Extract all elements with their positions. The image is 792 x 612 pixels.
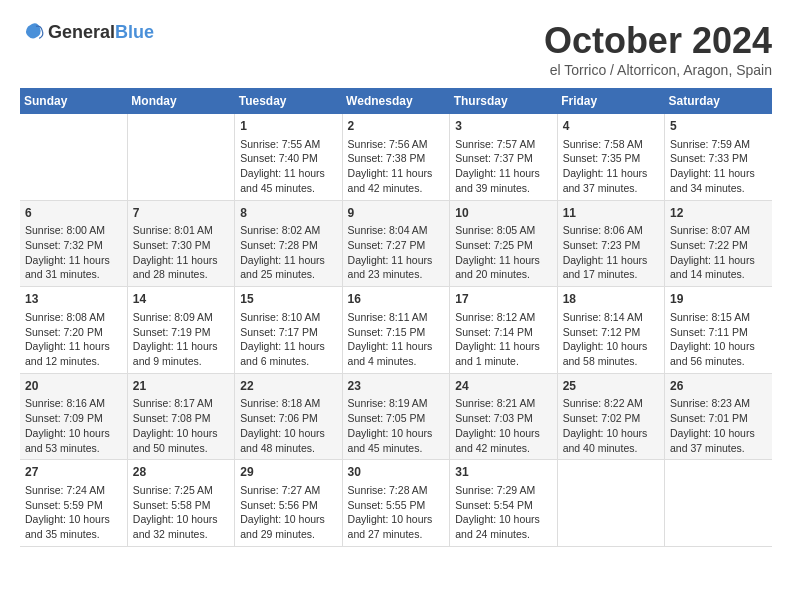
page-header: GeneralBlue October 2024 el Torrico / Al… (20, 20, 772, 78)
calendar-cell: 14Sunrise: 8:09 AM Sunset: 7:19 PM Dayli… (127, 287, 234, 374)
column-header-friday: Friday (557, 88, 664, 114)
cell-content: Sunrise: 7:55 AM Sunset: 7:40 PM Dayligh… (240, 137, 336, 196)
cell-content: Sunrise: 7:56 AM Sunset: 7:38 PM Dayligh… (348, 137, 445, 196)
cell-content: Sunrise: 8:21 AM Sunset: 7:03 PM Dayligh… (455, 396, 551, 455)
day-number: 1 (240, 118, 336, 135)
calendar-cell: 29Sunrise: 7:27 AM Sunset: 5:56 PM Dayli… (235, 460, 342, 547)
calendar-cell: 28Sunrise: 7:25 AM Sunset: 5:58 PM Dayli… (127, 460, 234, 547)
calendar-cell: 1Sunrise: 7:55 AM Sunset: 7:40 PM Daylig… (235, 114, 342, 200)
calendar-table: SundayMondayTuesdayWednesdayThursdayFrid… (20, 88, 772, 547)
day-number: 26 (670, 378, 767, 395)
cell-content: Sunrise: 7:25 AM Sunset: 5:58 PM Dayligh… (133, 483, 229, 542)
calendar-cell: 5Sunrise: 7:59 AM Sunset: 7:33 PM Daylig… (665, 114, 772, 200)
day-number: 31 (455, 464, 551, 481)
column-header-saturday: Saturday (665, 88, 772, 114)
title-section: October 2024 el Torrico / Altorricon, Ar… (544, 20, 772, 78)
day-number: 25 (563, 378, 659, 395)
calendar-cell: 23Sunrise: 8:19 AM Sunset: 7:05 PM Dayli… (342, 373, 450, 460)
location-title: el Torrico / Altorricon, Aragon, Spain (544, 62, 772, 78)
logo-general: General (48, 22, 115, 42)
day-number: 23 (348, 378, 445, 395)
calendar-cell: 8Sunrise: 8:02 AM Sunset: 7:28 PM Daylig… (235, 200, 342, 287)
cell-content: Sunrise: 8:16 AM Sunset: 7:09 PM Dayligh… (25, 396, 122, 455)
cell-content: Sunrise: 8:18 AM Sunset: 7:06 PM Dayligh… (240, 396, 336, 455)
day-number: 9 (348, 205, 445, 222)
calendar-cell: 16Sunrise: 8:11 AM Sunset: 7:15 PM Dayli… (342, 287, 450, 374)
column-header-tuesday: Tuesday (235, 88, 342, 114)
day-number: 13 (25, 291, 122, 308)
day-number: 19 (670, 291, 767, 308)
day-number: 17 (455, 291, 551, 308)
calendar-cell: 26Sunrise: 8:23 AM Sunset: 7:01 PM Dayli… (665, 373, 772, 460)
day-number: 30 (348, 464, 445, 481)
day-number: 29 (240, 464, 336, 481)
calendar-cell: 15Sunrise: 8:10 AM Sunset: 7:17 PM Dayli… (235, 287, 342, 374)
calendar-cell: 18Sunrise: 8:14 AM Sunset: 7:12 PM Dayli… (557, 287, 664, 374)
cell-content: Sunrise: 8:23 AM Sunset: 7:01 PM Dayligh… (670, 396, 767, 455)
calendar-cell: 4Sunrise: 7:58 AM Sunset: 7:35 PM Daylig… (557, 114, 664, 200)
day-number: 12 (670, 205, 767, 222)
cell-content: Sunrise: 8:15 AM Sunset: 7:11 PM Dayligh… (670, 310, 767, 369)
day-number: 10 (455, 205, 551, 222)
column-header-sunday: Sunday (20, 88, 127, 114)
header-row: SundayMondayTuesdayWednesdayThursdayFrid… (20, 88, 772, 114)
day-number: 18 (563, 291, 659, 308)
day-number: 7 (133, 205, 229, 222)
column-header-thursday: Thursday (450, 88, 557, 114)
calendar-cell: 24Sunrise: 8:21 AM Sunset: 7:03 PM Dayli… (450, 373, 557, 460)
cell-content: Sunrise: 7:27 AM Sunset: 5:56 PM Dayligh… (240, 483, 336, 542)
day-number: 8 (240, 205, 336, 222)
calendar-cell: 22Sunrise: 8:18 AM Sunset: 7:06 PM Dayli… (235, 373, 342, 460)
cell-content: Sunrise: 8:09 AM Sunset: 7:19 PM Dayligh… (133, 310, 229, 369)
day-number: 15 (240, 291, 336, 308)
calendar-cell: 10Sunrise: 8:05 AM Sunset: 7:25 PM Dayli… (450, 200, 557, 287)
cell-content: Sunrise: 7:58 AM Sunset: 7:35 PM Dayligh… (563, 137, 659, 196)
cell-content: Sunrise: 7:28 AM Sunset: 5:55 PM Dayligh… (348, 483, 445, 542)
day-number: 14 (133, 291, 229, 308)
logo-text: GeneralBlue (48, 22, 154, 43)
day-number: 22 (240, 378, 336, 395)
cell-content: Sunrise: 8:14 AM Sunset: 7:12 PM Dayligh… (563, 310, 659, 369)
day-number: 4 (563, 118, 659, 135)
cell-content: Sunrise: 7:29 AM Sunset: 5:54 PM Dayligh… (455, 483, 551, 542)
calendar-cell: 21Sunrise: 8:17 AM Sunset: 7:08 PM Dayli… (127, 373, 234, 460)
week-row: 20Sunrise: 8:16 AM Sunset: 7:09 PM Dayli… (20, 373, 772, 460)
cell-content: Sunrise: 8:07 AM Sunset: 7:22 PM Dayligh… (670, 223, 767, 282)
day-number: 6 (25, 205, 122, 222)
cell-content: Sunrise: 8:19 AM Sunset: 7:05 PM Dayligh… (348, 396, 445, 455)
calendar-cell (557, 460, 664, 547)
cell-content: Sunrise: 8:04 AM Sunset: 7:27 PM Dayligh… (348, 223, 445, 282)
week-row: 1Sunrise: 7:55 AM Sunset: 7:40 PM Daylig… (20, 114, 772, 200)
cell-content: Sunrise: 8:06 AM Sunset: 7:23 PM Dayligh… (563, 223, 659, 282)
cell-content: Sunrise: 8:02 AM Sunset: 7:28 PM Dayligh… (240, 223, 336, 282)
day-number: 2 (348, 118, 445, 135)
cell-content: Sunrise: 8:05 AM Sunset: 7:25 PM Dayligh… (455, 223, 551, 282)
cell-content: Sunrise: 8:22 AM Sunset: 7:02 PM Dayligh… (563, 396, 659, 455)
cell-content: Sunrise: 8:00 AM Sunset: 7:32 PM Dayligh… (25, 223, 122, 282)
column-header-wednesday: Wednesday (342, 88, 450, 114)
day-number: 20 (25, 378, 122, 395)
calendar-cell: 27Sunrise: 7:24 AM Sunset: 5:59 PM Dayli… (20, 460, 127, 547)
calendar-cell (127, 114, 234, 200)
cell-content: Sunrise: 7:59 AM Sunset: 7:33 PM Dayligh… (670, 137, 767, 196)
calendar-cell: 13Sunrise: 8:08 AM Sunset: 7:20 PM Dayli… (20, 287, 127, 374)
cell-content: Sunrise: 8:12 AM Sunset: 7:14 PM Dayligh… (455, 310, 551, 369)
cell-content: Sunrise: 8:17 AM Sunset: 7:08 PM Dayligh… (133, 396, 229, 455)
calendar-cell: 12Sunrise: 8:07 AM Sunset: 7:22 PM Dayli… (665, 200, 772, 287)
week-row: 27Sunrise: 7:24 AM Sunset: 5:59 PM Dayli… (20, 460, 772, 547)
calendar-cell: 25Sunrise: 8:22 AM Sunset: 7:02 PM Dayli… (557, 373, 664, 460)
calendar-cell (665, 460, 772, 547)
day-number: 3 (455, 118, 551, 135)
day-number: 11 (563, 205, 659, 222)
day-number: 28 (133, 464, 229, 481)
calendar-cell: 31Sunrise: 7:29 AM Sunset: 5:54 PM Dayli… (450, 460, 557, 547)
calendar-cell: 7Sunrise: 8:01 AM Sunset: 7:30 PM Daylig… (127, 200, 234, 287)
calendar-cell: 11Sunrise: 8:06 AM Sunset: 7:23 PM Dayli… (557, 200, 664, 287)
cell-content: Sunrise: 8:11 AM Sunset: 7:15 PM Dayligh… (348, 310, 445, 369)
calendar-cell: 2Sunrise: 7:56 AM Sunset: 7:38 PM Daylig… (342, 114, 450, 200)
calendar-cell: 6Sunrise: 8:00 AM Sunset: 7:32 PM Daylig… (20, 200, 127, 287)
calendar-cell: 20Sunrise: 8:16 AM Sunset: 7:09 PM Dayli… (20, 373, 127, 460)
cell-content: Sunrise: 7:57 AM Sunset: 7:37 PM Dayligh… (455, 137, 551, 196)
logo: GeneralBlue (20, 20, 154, 44)
day-number: 27 (25, 464, 122, 481)
